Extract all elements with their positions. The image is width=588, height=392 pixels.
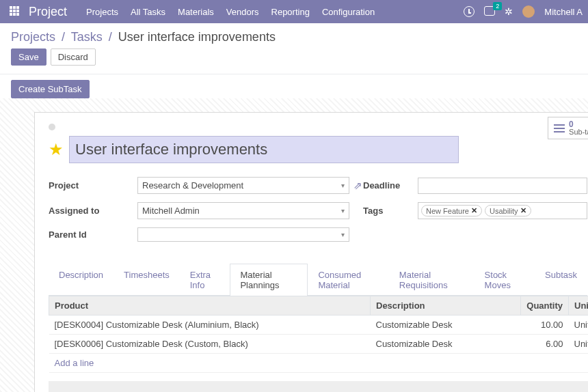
project-select[interactable]: Research & Development ▾ <box>137 177 349 194</box>
topnav-right: 2 ✲ Mitchell A <box>464 5 583 18</box>
cell-product[interactable]: [DESK0006] Customizable Desk (Custom, Bl… <box>49 335 371 354</box>
material-plannings-table: Product Description Quantity Unit O [DES… <box>49 296 588 373</box>
add-line-link[interactable]: Add a line <box>49 354 589 373</box>
tag-usability[interactable]: Usability ✕ <box>485 205 531 216</box>
cell-quantity[interactable]: 10.00 <box>521 316 569 335</box>
cell-description[interactable]: Customizable Desk <box>371 335 521 354</box>
menu-all-tasks[interactable]: All Tasks <box>131 7 165 17</box>
messaging-icon[interactable]: 2 <box>484 6 495 18</box>
create-subtask-button[interactable]: Create SubTask <box>11 80 90 98</box>
tab-consumed-material[interactable]: Consumed Material <box>308 264 388 296</box>
parent-id-select[interactable]: ▾ <box>137 227 349 242</box>
label-tags: Tags <box>363 206 418 216</box>
table-footer <box>49 381 588 392</box>
cell-unit[interactable]: Unit(s) <box>569 316 589 335</box>
breadcrumb-projects[interactable]: Projects <box>11 30 55 44</box>
menu-vendors[interactable]: Vendors <box>226 7 259 17</box>
tab-extra-info[interactable]: Extra Info <box>180 264 230 296</box>
chevron-down-icon: ▾ <box>341 207 345 214</box>
form-sheet: 0 Sub-tas ★ Project Research & Developme… <box>34 112 588 392</box>
tab-description[interactable]: Description <box>49 264 113 296</box>
control-panel: Projects / Tasks / User interface improv… <box>0 23 588 74</box>
star-icon[interactable]: ★ <box>49 140 64 159</box>
breadcrumb-sep: / <box>109 30 112 44</box>
debug-icon[interactable]: ✲ <box>505 6 513 17</box>
col-unit[interactable]: Unit O <box>569 296 589 316</box>
chevron-down-icon: ▾ <box>341 231 345 238</box>
save-button[interactable]: Save <box>11 48 46 66</box>
subtask-stat-button[interactable]: 0 Sub-tas <box>548 117 588 139</box>
tag-remove-icon[interactable]: ✕ <box>471 206 477 215</box>
cell-product[interactable]: [DESK0004] Customizable Desk (Aluminium,… <box>49 316 371 335</box>
table-row[interactable]: [DESK0006] Customizable Desk (Custom, Bl… <box>49 335 589 354</box>
clock-icon[interactable] <box>464 6 475 17</box>
menu-projects[interactable]: Projects <box>86 7 118 17</box>
status-indicator[interactable] <box>49 124 55 130</box>
tab-material-plannings[interactable]: Material Plannings <box>230 264 308 296</box>
assigned-to-value: Mitchell Admin <box>142 206 200 216</box>
chat-badge: 2 <box>493 2 502 10</box>
col-product[interactable]: Product <box>49 296 371 316</box>
main-menu: Projects All Tasks Materials Vendors Rep… <box>86 7 464 17</box>
label-assigned-to: Assigned to <box>49 206 137 216</box>
menu-configuration[interactable]: Configuration <box>322 7 375 17</box>
form-fields: Project Research & Development ▾ ⇗ Deadl… <box>49 177 587 242</box>
menu-materials[interactable]: Materials <box>178 7 214 17</box>
list-icon <box>554 124 565 132</box>
tags-input[interactable]: New Feature ✕ Usability ✕ <box>418 202 587 219</box>
external-link-icon[interactable]: ⇗ <box>349 180 363 192</box>
breadcrumb-current: User interface improvements <box>118 30 276 44</box>
apps-icon[interactable] <box>10 6 21 17</box>
top-navbar: Project Projects All Tasks Materials Ven… <box>0 0 588 23</box>
form-sheet-background: 0 Sub-tas ★ Project Research & Developme… <box>0 98 588 392</box>
breadcrumb: Projects / Tasks / User interface improv… <box>11 30 577 44</box>
chevron-down-icon: ▾ <box>341 182 345 189</box>
task-title-input[interactable] <box>69 136 459 163</box>
cell-description[interactable]: Customizable Desk <box>371 316 521 335</box>
label-project: Project <box>49 180 137 191</box>
col-quantity[interactable]: Quantity <box>521 296 569 316</box>
discard-button[interactable]: Discard <box>51 48 96 66</box>
user-avatar[interactable] <box>522 5 535 18</box>
deadline-input[interactable] <box>418 178 587 194</box>
notebook-tabs: Description Timesheets Extra Info Materi… <box>49 264 587 296</box>
tag-remove-icon[interactable]: ✕ <box>520 206 526 215</box>
tab-subtask[interactable]: Subtask <box>535 264 587 296</box>
breadcrumb-tasks[interactable]: Tasks <box>71 30 103 44</box>
label-deadline: Deadline <box>363 180 418 191</box>
title-row: ★ <box>49 136 587 163</box>
breadcrumb-sep: / <box>62 30 65 44</box>
label-parent-id: Parent Id <box>49 229 137 240</box>
tab-material-requisitions[interactable]: Material Requisitions <box>389 264 475 296</box>
cell-quantity[interactable]: 6.00 <box>521 335 569 354</box>
action-buttons: Save Discard <box>11 48 577 66</box>
user-name[interactable]: Mitchell A <box>544 7 583 17</box>
menu-reporting[interactable]: Reporting <box>271 7 310 17</box>
assigned-to-select[interactable]: Mitchell Admin ▾ <box>137 202 349 219</box>
tab-timesheets[interactable]: Timesheets <box>113 264 180 296</box>
tab-stock-moves[interactable]: Stock Moves <box>475 264 535 296</box>
col-description[interactable]: Description <box>371 296 521 316</box>
app-brand[interactable]: Project <box>29 5 67 19</box>
project-value: Research & Development <box>142 180 243 191</box>
tag-new-feature[interactable]: New Feature ✕ <box>421 205 482 216</box>
table-row[interactable]: [DESK0004] Customizable Desk (Aluminium,… <box>49 316 589 335</box>
subtask-label: Sub-tas <box>569 128 588 136</box>
cell-unit[interactable]: Unit(s) <box>569 335 589 354</box>
